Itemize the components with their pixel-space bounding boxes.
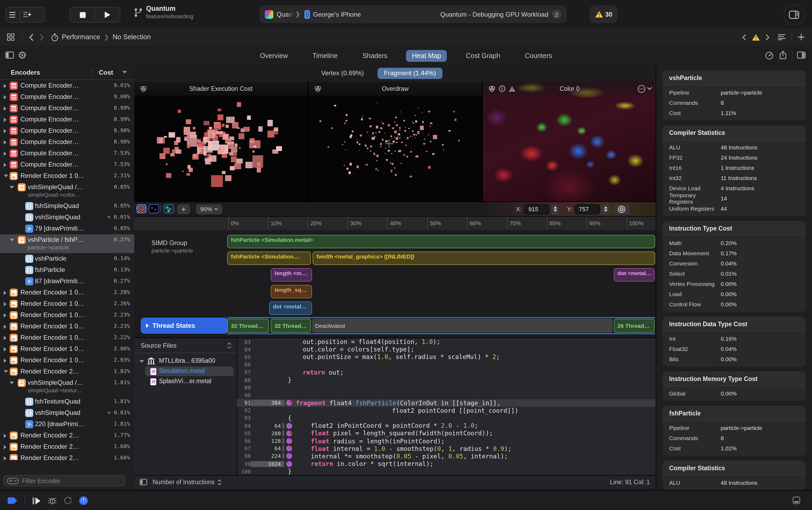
encoder-row[interactable]: 79 [drawPrimiti…0.85%	[0, 223, 134, 234]
shader-cost-image[interactable]	[134, 82, 307, 201]
tab-timeline[interactable]: Timeline	[307, 50, 344, 61]
code-line[interactable]: 90	[237, 392, 656, 399]
run-badge[interactable]: 2	[552, 10, 561, 19]
thread-state-box[interactable]: 32 Thread…	[227, 319, 269, 333]
add-editor-button[interactable]	[798, 34, 805, 40]
zoom-level-dropdown[interactable]: 90%	[196, 204, 222, 214]
color0-image[interactable]	[483, 82, 656, 201]
flame-bar[interactable]: fshParticle <Simulation.metal>	[227, 235, 655, 248]
flame-bar[interactable]: length <m…	[271, 268, 312, 282]
encoder-row[interactable]: 87 [drawPrimiti…0.27%	[0, 276, 134, 287]
gauge-button[interactable]	[765, 52, 773, 60]
flame-bar[interactable]: dot <metal…	[269, 302, 312, 315]
prev-issue-button[interactable]	[742, 34, 746, 40]
disclosure-icon[interactable]	[3, 129, 6, 133]
performance-gauge-button[interactable]	[79, 496, 88, 505]
encoder-row[interactable]: Render Encoder 1 0…2.03%	[0, 355, 134, 366]
encoder-row[interactable]: Render Encoder 2…1.77%	[0, 430, 134, 441]
file-tree-item[interactable]: SplashVi…er.metal	[134, 377, 237, 387]
code-line[interactable]: 95288 float pixel = length_squared(fwidt…	[237, 430, 656, 437]
breadcrumb-section[interactable]: Performance	[62, 33, 100, 41]
encoder-row[interactable]: Render Encoder 2…1.66%	[0, 453, 134, 460]
run-destination[interactable]: George's iPhone	[304, 10, 361, 19]
updown-chevrons-icon[interactable]	[217, 479, 221, 485]
chevron-down-icon[interactable]	[647, 87, 652, 90]
encoder-row[interactable]: Render Encoder 2…1.68%	[0, 441, 134, 453]
encoder-row[interactable]: fshParticle0.13%	[0, 264, 134, 276]
encoder-row[interactable]: Render Encoder 1 0…2.26%	[0, 298, 134, 310]
file-tree-item-selected[interactable]: Simulation.metal	[134, 367, 237, 376]
code-line[interactable]: 100}	[237, 468, 656, 475]
encoder-row[interactable]: Render Encoder 1 0…2.06%	[0, 343, 134, 355]
encoder-row[interactable]: Compute Encoder…8.98%	[0, 137, 134, 148]
bottom-panel-toggle[interactable]	[793, 497, 800, 504]
encoder-row[interactable]: vshSimpleQuad< 0.01%	[0, 212, 134, 223]
target-pixel-button[interactable]	[613, 204, 629, 214]
sort-chevron-icon[interactable]	[122, 71, 127, 74]
disclosure-icon[interactable]	[3, 175, 8, 177]
thumbnail-shader-cost[interactable]	[137, 204, 147, 213]
disclosure-icon[interactable]	[3, 140, 6, 144]
encoder-row[interactable]: Compute Encoder…7.53%	[0, 148, 134, 159]
disclosure-icon[interactable]	[3, 95, 6, 99]
disclosure-icon[interactable]	[3, 163, 6, 167]
encoder-row[interactable]: Compute Encoder…8.98%	[0, 125, 134, 137]
code-line[interactable]: 85 out.pointSize = max(1.0, self.radius …	[237, 353, 656, 361]
encoder-row[interactable]: Render Encoder 1 0…2.28%	[0, 287, 134, 298]
thumbnail-color0[interactable]	[164, 204, 174, 213]
next-issue-button[interactable]	[766, 34, 770, 40]
flame-bar[interactable]: fshParticle <Simulation....	[227, 252, 311, 265]
flame-bar[interactable]: length_sq…	[271, 285, 312, 298]
thumbnail-overdraw[interactable]	[149, 204, 159, 213]
line-list-button[interactable]	[778, 34, 786, 40]
play-button[interactable]	[95, 7, 119, 22]
encoder-row[interactable]: vshParticle / fshP…particle->particle0.2…	[0, 234, 134, 253]
library-tree-item[interactable]: MTLLibra…6395a00	[134, 356, 237, 366]
cost-col-title[interactable]: Cost	[99, 69, 113, 76]
encoder-row[interactable]: vshSimpleQuad< 0.01%	[0, 407, 134, 419]
tab-heat-map[interactable]: Heat Map	[406, 50, 447, 61]
scheme-device-pill[interactable]: Quant ❯ George's iPhone Quantum - Debugg…	[260, 5, 567, 23]
disclosure-icon[interactable]	[3, 117, 6, 122]
breadcrumb-selection[interactable]: No Selection	[113, 33, 151, 41]
encoder-row[interactable]: Compute Encoder…9.01%	[0, 80, 134, 91]
encoder-row[interactable]: Compute Encoder…7.53%	[0, 159, 134, 170]
back-button[interactable]	[29, 34, 33, 40]
disclosure-icon[interactable]	[3, 84, 6, 88]
encoder-row[interactable]: Render Encoder 1 0…2.23%	[0, 321, 134, 332]
encoder-row[interactable]: Render Encoder 2…1.82%	[0, 366, 134, 377]
info-icon[interactable]	[499, 85, 506, 92]
sort-toggle-icon[interactable]	[227, 342, 232, 349]
disclosure-icon[interactable]	[9, 238, 14, 241]
replay-button[interactable]	[64, 497, 72, 505]
disclosure-icon[interactable]	[3, 445, 6, 449]
encoder-row[interactable]: Render Encoder 1 0…2.22%	[0, 332, 134, 343]
code-line[interactable]: 9764 float internal = 1.0 - smoothstep(0…	[237, 445, 656, 452]
share-button[interactable]	[779, 51, 787, 60]
code-line[interactable]: 991024 return in.color * sqrt(internal);	[237, 460, 656, 468]
thread-states-row[interactable]: 32 Thread…32 Thread…Deactivated26 Thread…	[227, 317, 655, 334]
warnings-pill[interactable]: 30	[590, 5, 618, 23]
code-line[interactable]: 92 float2 pointCoord [[point_coord]])	[237, 406, 656, 414]
code-line[interactable]: 89	[237, 384, 656, 391]
continue-button[interactable]	[32, 497, 41, 504]
flame-bar[interactable]: dot <metal…	[613, 268, 655, 282]
ai-assistant-button[interactable]	[21, 7, 34, 22]
disclosure-icon[interactable]	[3, 456, 6, 460]
disclosure-icon[interactable]	[3, 290, 6, 295]
disclosure-icon[interactable]	[3, 347, 6, 351]
disclosure-icon[interactable]	[3, 151, 6, 155]
code-line[interactable]: 9464 float2 inPointCoord = pointCoord * …	[237, 422, 656, 429]
code-line[interactable]: 96128 float radius = length(inPointCoord…	[237, 437, 656, 445]
encoder-row[interactable]: Render Encoder 1 0…2.31%	[0, 170, 134, 182]
flame-bar[interactable]: fwidth <metal_graphics> ([INLINED])	[313, 252, 655, 265]
code-line[interactable]: 87 return out;	[237, 369, 656, 376]
disclosure-icon[interactable]	[9, 186, 14, 189]
warning-small-icon[interactable]	[509, 86, 516, 92]
thread-state-box[interactable]: 32 Thread…	[271, 319, 311, 333]
code-line[interactable]: 98224 internal *= smoothstep(0.05 - pixe…	[237, 453, 656, 460]
panel-overdraw[interactable]: Overdraw	[308, 82, 482, 201]
encoder-row[interactable]: Compute Encoder…8.99%	[0, 114, 134, 125]
gutter-toggle-icon[interactable]	[140, 479, 147, 485]
disclosure-icon[interactable]	[3, 302, 6, 306]
